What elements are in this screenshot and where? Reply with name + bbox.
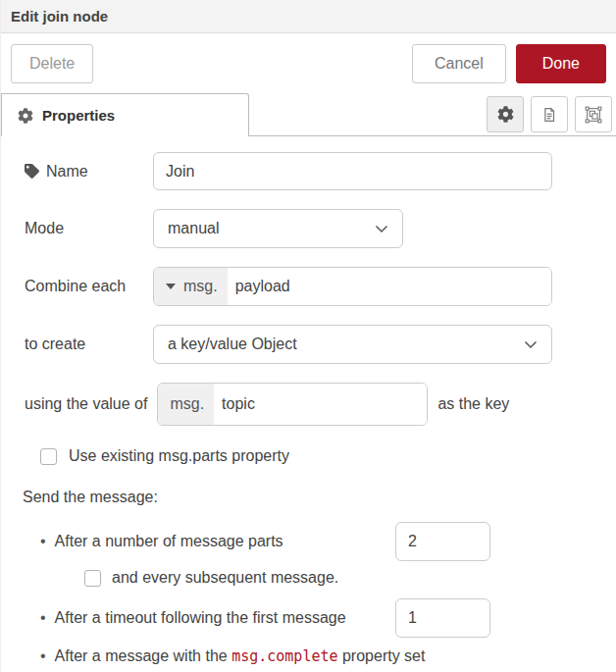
key-row-label: using the value of [25,395,147,413]
dialog-title: Edit join node [11,8,108,25]
mode-select-value: manual [168,220,219,237]
subsequent-row: and every subsequent message. [84,569,606,587]
bullet-icon: • [40,533,46,549]
key-value-input[interactable] [214,384,427,425]
tab-properties[interactable]: Properties [1,93,249,136]
send-item-count: •After a number of message parts [25,522,606,561]
to-create-row: to create a key/value Object [25,325,606,364]
timeout-item-label: After a timeout following the first mess… [55,609,346,626]
appearance-tab-button[interactable] [575,96,612,132]
combine-typed-input: msg. [153,267,552,306]
bullet-icon: • [40,647,46,664]
mode-select[interactable]: manual [153,209,403,248]
timeout-input[interactable] [395,598,490,638]
send-item-timeout: •After a timeout following the first mes… [25,598,606,638]
done-button[interactable]: Done [516,44,606,83]
use-parts-checkbox[interactable] [40,448,57,465]
dialog-titlebar: Edit join node [1,0,616,33]
editor-tab-bar: Properties [1,93,616,136]
combine-value-input[interactable] [228,268,551,305]
gear-icon [18,108,33,124]
chevron-down-icon [524,340,538,349]
combine-row: Combine each msg. [25,267,606,306]
mode-label: Mode [25,220,153,237]
combine-label: Combine each [25,278,153,295]
combine-prefix-text: msg. [183,278,218,295]
tag-icon [25,164,39,179]
count-item-label: After a number of message parts [55,533,283,549]
combine-type-button[interactable]: msg. [154,268,228,305]
key-prefix-text: msg. [170,395,204,413]
tab-properties-label: Properties [42,107,115,124]
name-label: Name [25,163,153,181]
complete-item-text-before: After a message with the [55,647,232,664]
to-create-label: to create [25,336,153,353]
caret-down-icon [166,284,176,289]
edit-join-node-dialog: Edit join node Delete Cancel Done Proper… [0,0,616,672]
msg-complete-code: msg.complete [231,647,337,665]
bullet-icon: • [40,609,46,626]
description-tab-button[interactable] [531,96,568,132]
object-group-icon [585,106,602,124]
dialog-button-row: Delete Cancel Done [1,33,616,93]
message-parts-count-input[interactable] [395,522,490,561]
chevron-down-icon [375,225,388,233]
delete-button[interactable]: Delete [11,44,93,83]
key-type-button[interactable]: msg. [158,384,214,425]
use-parts-label: Use existing msg.parts property [69,447,289,465]
document-icon [540,106,558,124]
key-row: using the value of msg. as the key [25,383,606,426]
use-parts-row: Use existing msg.parts property [40,447,606,465]
tab-icon-buttons [487,96,612,132]
subsequent-label: and every subsequent message. [112,569,338,587]
properties-tab-button[interactable] [487,96,524,132]
mode-row: Mode manual [25,209,606,248]
properties-form: Name Mode manual Combine each [1,136,616,665]
to-create-select-value: a key/value Object [168,336,297,353]
dialog-action-buttons: Cancel Done [412,44,606,83]
name-row: Name [25,152,606,190]
to-create-select[interactable]: a key/value Object [153,325,552,364]
key-typed-input: msg. [157,383,428,426]
key-row-suffix: as the key [437,395,509,413]
name-label-text: Name [46,163,88,181]
gear-icon [497,106,514,123]
send-item-complete: •After a message with the msg.complete p… [25,647,606,665]
subsequent-checkbox[interactable] [84,570,101,587]
cancel-button[interactable]: Cancel [412,44,506,83]
name-input[interactable] [153,152,552,190]
send-message-heading: Send the message: [23,489,606,506]
complete-item-text-after: property set [338,647,426,664]
